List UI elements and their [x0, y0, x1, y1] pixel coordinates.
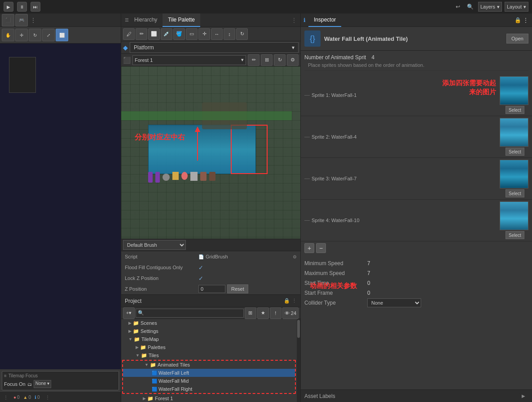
rotate-icon[interactable]: ↻ [236, 28, 248, 40]
flood-fill-row: Flood Fill Contiguous Only ✓ [121, 262, 300, 273]
rect-select-icon[interactable]: ▭ [186, 28, 198, 40]
tree-item-animated-tiles[interactable]: ▼ 📁 Animated Tiles [123, 361, 295, 369]
move-tool[interactable]: ✛ [15, 29, 28, 41]
rect-tool[interactable]: ⬜ [56, 29, 68, 41]
hand-tool[interactable]: ✋ [2, 29, 14, 41]
lock-z-row: Lock Z Position ✓ [121, 273, 300, 284]
remove-sprite-button[interactable]: − [316, 243, 326, 253]
scene-tab[interactable]: ⬛ [2, 14, 14, 26]
tree-item-tiles[interactable]: ▼ 📁 Tiles [121, 351, 297, 359]
tree-item-waterfall-mid[interactable]: 🟦 WaterFall Mid [123, 377, 295, 385]
min-speed-value: 7 [367, 260, 370, 267]
pencil-icon[interactable]: ✏ [136, 28, 147, 40]
sprite-4-select-button[interactable]: Select [506, 231, 524, 239]
project-panel: Project 🔒 ⋮ +▾ 🔍 ⊞ ★ ! 👁 24 [121, 294, 300, 402]
play-button[interactable]: ▶ [4, 2, 13, 12]
move-icon[interactable]: ✛ [198, 28, 210, 40]
sprite-row-4: — Sprite 4: WaterFall-10 Select [301, 200, 532, 241]
inspector-lock-icon[interactable]: 🔒 [514, 17, 521, 23]
flip-h-icon[interactable]: ↔ [211, 28, 223, 40]
project-star-icon[interactable]: ★ [257, 307, 269, 319]
z-position-row: Z Position Reset [121, 284, 300, 294]
panel-right-dots[interactable]: ⋮ [44, 395, 52, 400]
asset-labels-icon[interactable]: ▶ [519, 391, 528, 401]
tile-asset-icon: {} [304, 31, 321, 47]
tree-item-waterfall-right[interactable]: 🟦 WaterFall Right [123, 385, 295, 393]
sprite-4-container: Select [500, 201, 528, 239]
project-tree: ▶ 📁 Scenes ▶ 📁 Settings ▼ 📁 TileMap [121, 319, 297, 402]
project-dots-icon[interactable]: ⋮ [292, 298, 297, 304]
flip-v-icon[interactable]: ↕ [224, 28, 235, 40]
sprite-2-label: Sprite 2: WaterFall-4 [312, 134, 500, 140]
tree-item-scenes[interactable]: ▶ 📁 Scenes [121, 319, 297, 327]
hint-text: Place sprites shown based on the order o… [304, 62, 528, 71]
reset-button[interactable]: Reset [227, 284, 248, 293]
inspector-info-icon: ℹ [301, 17, 308, 23]
tab-tile-palette[interactable]: Tile Palette [163, 13, 200, 27]
rotate-tool[interactable]: ↻ [29, 29, 41, 41]
scale-tool[interactable]: ⤢ [42, 29, 55, 41]
sprite-2-select-button[interactable]: Select [506, 148, 524, 156]
tab-hierarchy[interactable]: Hierarchy [129, 13, 163, 27]
palette-refresh-icon[interactable]: ↻ [274, 54, 286, 66]
collider-type-row: Collider Type None Sprite Grid [304, 298, 528, 308]
project-count-btn[interactable]: 👁 24 [282, 307, 299, 319]
tree-item-palettes[interactable]: ▶ 📁 Palettes [121, 343, 297, 351]
tree-item-forest1[interactable]: ▶ 📁 Forest 1 [121, 394, 297, 402]
search-icon[interactable]: 🔍 [466, 2, 475, 12]
collider-type-dropdown[interactable]: None Sprite Grid [367, 298, 421, 307]
layout-label: Layout [507, 4, 522, 9]
inspector-more-icon[interactable]: ⋮ [523, 17, 528, 23]
flood-fill-check: ✓ [198, 264, 203, 271]
palette-select-dropdown[interactable]: Forest 1 ▾ [132, 55, 246, 65]
project-filter-icon[interactable]: ⊞ [245, 307, 256, 319]
warning-count: ▲ 0 [23, 395, 31, 400]
main-area: ⬛ 🎮 ⋮ ✋ ✛ ↻ ⤢ ⬜ ≡ Tilemap Focus Focus On… [0, 13, 532, 402]
z-position-input[interactable] [198, 285, 225, 293]
platform-label: Platform [134, 44, 154, 51]
num-sprites-section: Number of Animated Sprit 4 Place sprites… [301, 52, 532, 74]
brush-select[interactable]: Default Brush [123, 240, 186, 250]
project-alert-icon[interactable]: ! [270, 307, 281, 319]
script-gear-icon[interactable]: ⚙ [293, 254, 297, 259]
more-options-icon[interactable]: ⋮ [2, 395, 10, 400]
status-bar: ⋮ ● 0 ▲ 0 ℹ 0 ⋮ [0, 392, 121, 402]
palette-grid-icon[interactable]: ⊞ [261, 54, 273, 66]
tab-dots[interactable]: ⋮ [288, 17, 300, 23]
eraser-icon[interactable]: ⬜ [148, 28, 160, 40]
sprite-3-select-button[interactable]: Select [506, 189, 524, 197]
sprite-1-select-button[interactable]: Select [506, 106, 524, 114]
collider-type-label: Collider Type [304, 300, 367, 306]
grass-strip [121, 111, 292, 120]
tilemap-focus-panel: ≡ Tilemap Focus Focus On 🗂 None ▾ [2, 371, 119, 390]
sprite-row-1: — Sprite 1: WaterFall-1 Select [301, 74, 532, 116]
tree-item-waterfall-left[interactable]: 🟦 WaterFall Left [123, 369, 295, 377]
open-button[interactable]: Open [506, 34, 528, 44]
palette-paint-icon[interactable]: ✏ [248, 54, 259, 66]
history-icon[interactable]: ↩ [453, 2, 463, 12]
middle-tabs: ☰ Hierarchy Tile Palette ⋮ [121, 13, 300, 27]
tree-item-settings[interactable]: ▶ 📁 Settings [121, 327, 297, 335]
project-add-btn[interactable]: +▾ [123, 307, 135, 319]
start-frame-label: Start Frame [304, 290, 367, 296]
focus-label: Focus On [4, 381, 26, 387]
tree-item-tilemap[interactable]: ▼ 📁 TileMap [121, 335, 297, 343]
layout-dropdown[interactable]: Layout ▾ [505, 2, 528, 12]
tile-canvas[interactable]: 分别对应左中右 原生图集 [121, 66, 300, 239]
palette-settings-icon[interactable]: ⚙ [287, 54, 299, 66]
focus-dropdown[interactable]: None ▾ [34, 380, 52, 388]
step-button[interactable]: ⏭ [31, 2, 40, 12]
project-search-bar[interactable]: 🔍 [136, 309, 244, 318]
error-count: ● 0 [13, 395, 20, 400]
add-sprite-button[interactable]: + [304, 243, 314, 253]
platform-dropdown[interactable]: Platform ▾ [130, 42, 299, 53]
paint-brush-icon[interactable]: 🖊 [123, 28, 135, 40]
game-tab[interactable]: 🎮 [15, 14, 28, 26]
tree-scrollbar[interactable] [297, 319, 300, 402]
panel-dots[interactable]: ⋮ [29, 17, 38, 23]
tab-inspector[interactable]: Inspector [308, 13, 341, 27]
bucket-icon[interactable]: 🪣 [173, 28, 185, 40]
picker-icon[interactable]: 💉 [161, 28, 172, 40]
layers-dropdown[interactable]: Layers ▾ [478, 2, 502, 12]
pause-button[interactable]: ⏸ [17, 2, 27, 12]
